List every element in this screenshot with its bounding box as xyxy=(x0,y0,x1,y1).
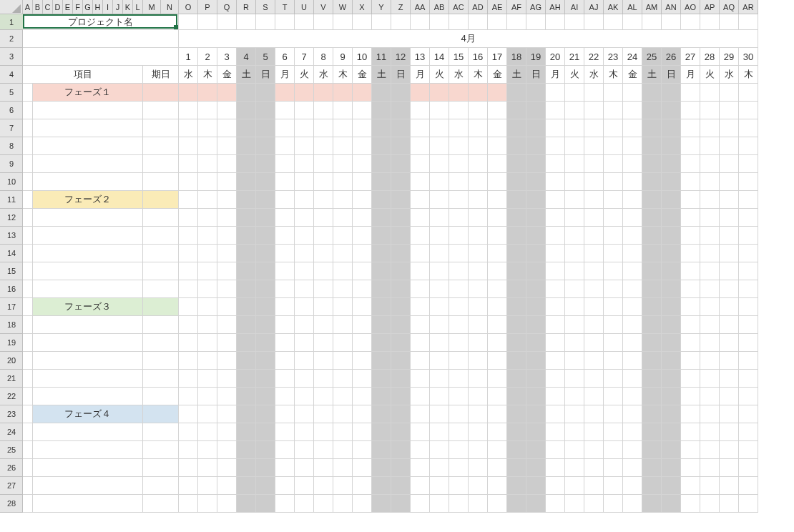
cell[interactable] xyxy=(391,84,411,102)
cell[interactable] xyxy=(179,173,198,191)
cell[interactable] xyxy=(372,245,391,262)
cell[interactable] xyxy=(198,155,217,173)
cell[interactable] xyxy=(681,388,700,405)
cell[interactable] xyxy=(507,316,526,334)
cell[interactable] xyxy=(353,209,372,227)
cell[interactable] xyxy=(314,298,333,316)
cell[interactable] xyxy=(700,119,720,137)
cell[interactable] xyxy=(198,370,217,388)
cell[interactable] xyxy=(623,262,642,280)
cell[interactable] xyxy=(391,352,411,370)
cell[interactable] xyxy=(469,84,488,102)
cell[interactable] xyxy=(275,173,295,191)
cell[interactable] xyxy=(237,370,256,388)
cell[interactable] xyxy=(662,173,681,191)
cell[interactable] xyxy=(430,298,449,316)
cell[interactable] xyxy=(546,137,565,155)
cell[interactable] xyxy=(469,191,488,209)
cell[interactable] xyxy=(584,441,604,459)
cell[interactable] xyxy=(623,441,642,459)
cell[interactable] xyxy=(449,423,469,441)
cell[interactable] xyxy=(488,173,507,191)
cell[interactable] xyxy=(237,405,256,423)
cell[interactable] xyxy=(700,334,720,352)
cell[interactable] xyxy=(642,405,662,423)
cell[interactable] xyxy=(353,119,372,137)
weekday-5[interactable]: 月 xyxy=(275,66,295,84)
cell[interactable] xyxy=(449,119,469,137)
cell[interactable] xyxy=(681,370,700,388)
cell[interactable] xyxy=(314,280,333,298)
cell[interactable] xyxy=(237,14,256,30)
cell[interactable] xyxy=(256,137,275,155)
cell[interactable] xyxy=(391,191,411,209)
item-cell-r26[interactable] xyxy=(33,459,143,477)
cell[interactable] xyxy=(198,495,217,513)
cell[interactable] xyxy=(623,405,642,423)
weekday-2[interactable]: 金 xyxy=(217,66,237,84)
month-header[interactable]: 4月 xyxy=(179,30,758,48)
cell[interactable] xyxy=(430,209,449,227)
cell[interactable] xyxy=(623,352,642,370)
cell[interactable] xyxy=(526,495,546,513)
cell[interactable] xyxy=(662,227,681,245)
cell[interactable] xyxy=(662,119,681,137)
cell[interactable] xyxy=(275,423,295,441)
cell[interactable] xyxy=(295,280,314,298)
cell[interactable] xyxy=(507,262,526,280)
cell[interactable] xyxy=(488,298,507,316)
col-header-K[interactable]: K xyxy=(123,0,133,14)
phase-due-フェーズ１[interactable] xyxy=(143,84,179,102)
col-header-U[interactable]: U xyxy=(295,0,314,14)
cell[interactable] xyxy=(372,280,391,298)
cell[interactable] xyxy=(237,155,256,173)
cell[interactable] xyxy=(391,102,411,119)
cell[interactable] xyxy=(642,298,662,316)
cell[interactable] xyxy=(449,459,469,477)
cell[interactable] xyxy=(449,209,469,227)
cell[interactable] xyxy=(333,280,353,298)
row-header-8[interactable]: 8 xyxy=(0,137,23,155)
cell[interactable] xyxy=(179,352,198,370)
cell[interactable] xyxy=(584,370,604,388)
item-cell-r19[interactable] xyxy=(33,334,143,352)
cell[interactable] xyxy=(353,262,372,280)
cell[interactable] xyxy=(295,14,314,30)
item-cell-r28[interactable] xyxy=(33,495,143,513)
cell[interactable] xyxy=(430,495,449,513)
cell[interactable] xyxy=(449,173,469,191)
cell[interactable] xyxy=(739,405,758,423)
cell[interactable] xyxy=(469,245,488,262)
cell[interactable] xyxy=(584,14,604,30)
cell[interactable] xyxy=(662,316,681,334)
cell[interactable] xyxy=(739,334,758,352)
blank-left-r3[interactable] xyxy=(23,48,179,66)
cell[interactable] xyxy=(237,334,256,352)
cell[interactable] xyxy=(217,102,237,119)
cell[interactable] xyxy=(372,459,391,477)
cell[interactable] xyxy=(565,459,584,477)
cell[interactable] xyxy=(411,191,430,209)
cell[interactable] xyxy=(353,173,372,191)
cell[interactable] xyxy=(604,280,623,298)
cell[interactable] xyxy=(720,245,739,262)
cell[interactable] xyxy=(314,477,333,495)
cell[interactable] xyxy=(333,298,353,316)
cell[interactable] xyxy=(584,495,604,513)
cell[interactable] xyxy=(526,441,546,459)
col-header-AK[interactable]: AK xyxy=(604,0,623,14)
cell[interactable] xyxy=(217,14,237,30)
phase-due-フェーズ２[interactable] xyxy=(143,191,179,209)
cell[interactable] xyxy=(198,102,217,119)
cell[interactable] xyxy=(179,477,198,495)
cell[interactable] xyxy=(469,155,488,173)
cell[interactable] xyxy=(662,84,681,102)
cell[interactable] xyxy=(314,423,333,441)
cell[interactable] xyxy=(353,441,372,459)
cell[interactable] xyxy=(333,370,353,388)
cell[interactable] xyxy=(430,388,449,405)
cell[interactable] xyxy=(391,370,411,388)
cell[interactable] xyxy=(23,334,33,352)
cell[interactable] xyxy=(488,423,507,441)
cell[interactable] xyxy=(642,441,662,459)
